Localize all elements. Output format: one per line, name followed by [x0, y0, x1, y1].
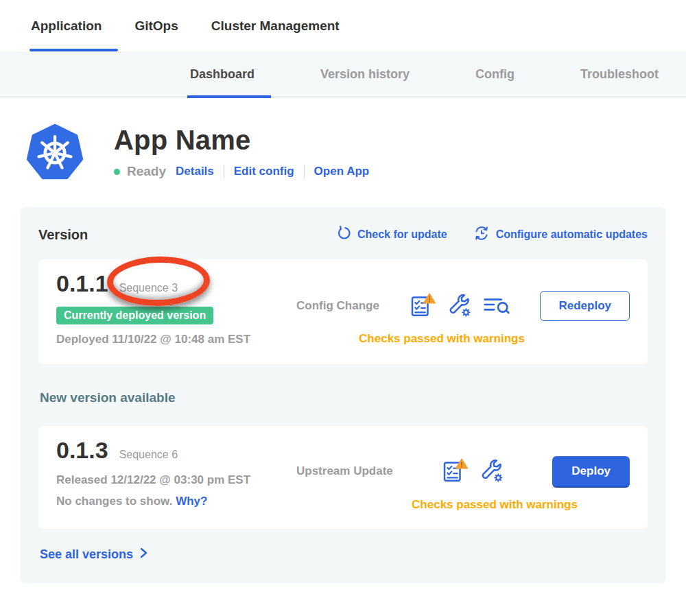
- nav-application[interactable]: Application: [31, 0, 102, 51]
- app-header: App Name Ready Details Edit config Open …: [25, 123, 686, 182]
- see-all-versions-link[interactable]: See all versions: [40, 547, 149, 562]
- deployed-timestamp: Deployed 11/10/22 @ 10:48 am EST: [56, 333, 296, 346]
- app-title: App Name: [114, 125, 369, 156]
- preflight-checks-icon[interactable]: [409, 292, 436, 320]
- primary-nav: Application GitOps Cluster Management: [0, 0, 686, 51]
- version-source-label: Upstream Update: [296, 464, 393, 478]
- current-version-sequence: Sequence 3: [119, 282, 178, 294]
- warning-triangle-icon: [424, 294, 435, 303]
- refresh-icon: [336, 226, 351, 244]
- open-app-link[interactable]: Open App: [314, 165, 370, 178]
- details-link[interactable]: Details: [176, 165, 214, 178]
- tab-config[interactable]: Config: [475, 51, 514, 97]
- version-card-title: Version: [38, 227, 88, 243]
- current-version-row: 0.1.1 Sequence 3 Currently deployed vers…: [38, 259, 648, 364]
- edit-config-wrench-icon[interactable]: [480, 459, 504, 484]
- redeploy-button[interactable]: Redeploy: [540, 291, 630, 321]
- new-version-heading: New version available: [40, 390, 648, 405]
- check-for-update-link[interactable]: Check for update: [336, 226, 447, 244]
- available-version-number: 0.1.3: [56, 437, 108, 464]
- nav-gitops[interactable]: GitOps: [134, 0, 178, 51]
- app-tab-bar: Dashboard Version history Config Trouble…: [0, 51, 686, 97]
- deploy-button[interactable]: Deploy: [552, 456, 630, 486]
- view-diff-icon[interactable]: [483, 295, 510, 317]
- divider: [224, 165, 224, 178]
- warning-triangle-icon: [456, 460, 467, 469]
- version-card: Version Check for update: [21, 207, 665, 583]
- divider: [304, 165, 305, 178]
- status-dot-icon: [114, 169, 120, 175]
- nav-cluster-management[interactable]: Cluster Management: [211, 0, 340, 51]
- configure-automatic-updates-link[interactable]: Configure automatic updates: [473, 225, 648, 244]
- current-version-number: 0.1.1: [56, 270, 108, 297]
- current-checks-status: Checks passed with warnings: [296, 332, 630, 346]
- edit-config-wrench-icon[interactable]: [447, 294, 472, 318]
- chevron-right-icon: [138, 547, 149, 562]
- available-version-sequence: Sequence 6: [119, 449, 178, 461]
- available-version-row: 0.1.3 Sequence 6 Released 12/12/22 @ 03:…: [38, 426, 648, 529]
- version-source-label: Config Change: [296, 299, 379, 313]
- tab-dashboard[interactable]: Dashboard: [190, 51, 255, 97]
- tab-version-history[interactable]: Version history: [320, 51, 410, 97]
- edit-config-link[interactable]: Edit config: [234, 165, 294, 178]
- kubernetes-logo-icon: [25, 123, 84, 182]
- auto-update-clock-icon: [473, 225, 490, 244]
- why-link[interactable]: Why?: [176, 495, 207, 508]
- tab-troubleshoot[interactable]: Troubleshoot: [580, 51, 659, 97]
- released-timestamp: Released 12/12/22 @ 03:30 pm EST: [56, 473, 296, 487]
- app-status: Ready: [127, 164, 166, 179]
- available-checks-status: Checks passed with warnings: [296, 498, 630, 512]
- deployed-badge: Currently deployed version: [56, 307, 213, 324]
- preflight-checks-icon[interactable]: [441, 458, 469, 485]
- no-changes-text: No changes to show.: [56, 495, 172, 508]
